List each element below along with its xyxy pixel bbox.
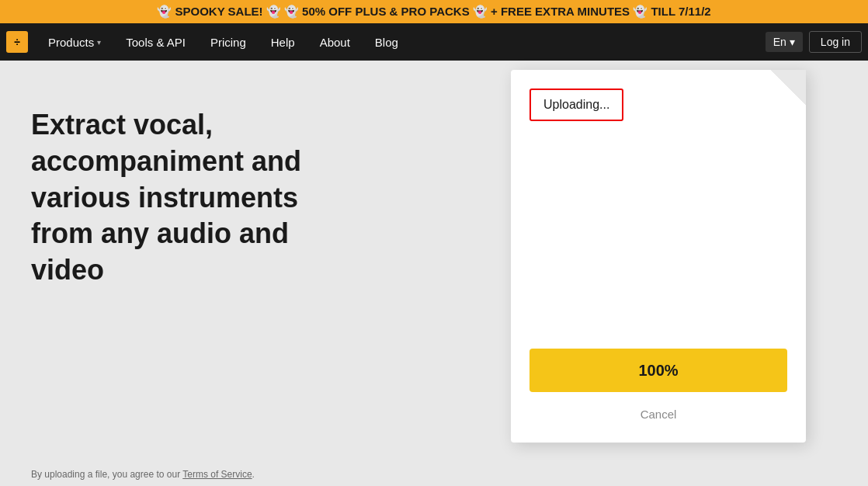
progress-bar-container: 100% Cancel: [529, 349, 787, 424]
progress-label: 100%: [638, 362, 678, 380]
terms-link[interactable]: Terms of Service: [182, 469, 252, 480]
navbar: ÷ Products ▾ Tools & API Pricing Help Ab…: [0, 23, 868, 61]
language-button[interactable]: En ▾: [766, 32, 803, 52]
logo-icon[interactable]: ÷: [6, 31, 28, 53]
terms-text: By uploading a file, you agree to our Te…: [31, 469, 255, 480]
chevron-down-icon: ▾: [790, 36, 795, 48]
nav-item-pricing[interactable]: Pricing: [198, 31, 259, 54]
cancel-button[interactable]: Cancel: [529, 404, 787, 424]
chevron-down-icon: ▾: [97, 38, 101, 47]
file-area: [529, 137, 787, 349]
nav-item-tools-api[interactable]: Tools & API: [113, 31, 198, 54]
upload-card: Uploading... 100% Cancel: [511, 70, 806, 443]
progress-bar: 100%: [529, 349, 787, 392]
promo-banner: 👻 SPOOKY SALE! 👻 👻 50% OFF PLUS & PRO PA…: [0, 0, 868, 23]
nav-item-about[interactable]: About: [307, 31, 363, 54]
banner-text: 👻 SPOOKY SALE! 👻 👻 50% OFF PLUS & PRO PA…: [157, 5, 710, 18]
nav-item-blog[interactable]: Blog: [363, 31, 411, 54]
nav-item-products[interactable]: Products ▾: [36, 31, 113, 54]
hero-heading: Extract vocal, accompaniment and various…: [31, 107, 357, 289]
login-button[interactable]: Log in: [809, 31, 862, 53]
nav-items: Products ▾ Tools & API Pricing Help Abou…: [36, 31, 766, 54]
nav-right: En ▾ Log in: [766, 31, 862, 53]
uploading-label: Uploading...: [543, 98, 609, 111]
uploading-status-box: Uploading...: [529, 89, 623, 121]
nav-item-help[interactable]: Help: [259, 31, 307, 54]
main-content: Extract vocal, accompaniment and various…: [0, 61, 868, 486]
upload-card-wrapper: Uploading... 100% Cancel: [511, 70, 806, 443]
